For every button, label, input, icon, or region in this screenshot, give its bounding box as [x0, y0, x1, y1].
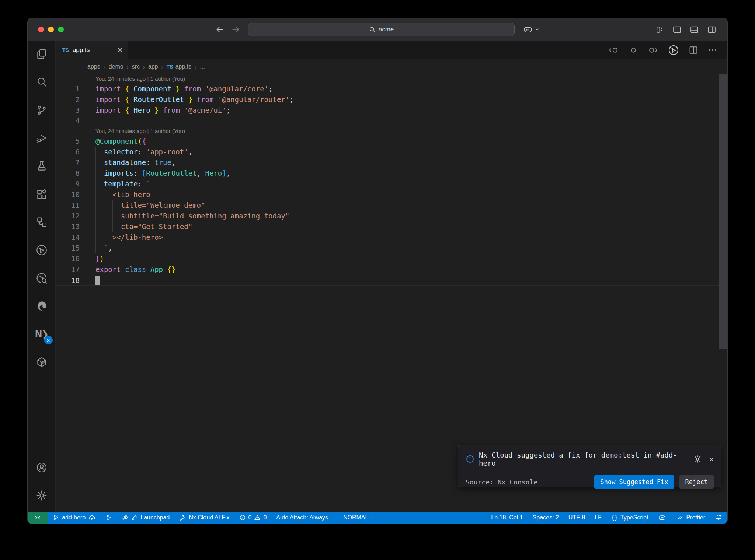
encoding-status[interactable]: UTF-8	[568, 514, 585, 521]
code-token: {	[121, 95, 129, 104]
copilot-menu[interactable]	[523, 25, 540, 34]
notification-close-icon[interactable]: ✕	[709, 455, 714, 463]
code-line[interactable]: 4	[56, 116, 727, 126]
code-line[interactable]: 8 imports: [RouterOutlet, Hero],	[56, 168, 727, 179]
indent-guide	[95, 232, 96, 243]
navigate-back-icon[interactable]	[215, 25, 225, 34]
notifications-bell[interactable]	[715, 514, 722, 521]
reject-button[interactable]: Reject	[679, 475, 714, 489]
commit-graph-status[interactable]	[105, 514, 112, 521]
codelens[interactable]: You, 24 minutes ago | 1 author (You)	[56, 126, 727, 136]
breadcrumb-file[interactable]: TS app.ts	[167, 63, 191, 70]
auto-attach-status[interactable]: Auto Attach: Always	[276, 514, 328, 521]
activity-testing[interactable]	[31, 156, 52, 176]
activity-source-control[interactable]	[31, 100, 52, 120]
activity-explorer[interactable]	[31, 44, 52, 64]
activity-graph-search[interactable]	[31, 268, 52, 288]
code-line[interactable]: 16})	[56, 253, 727, 264]
code-token: App	[146, 265, 163, 273]
split-editor-icon[interactable]	[688, 45, 699, 55]
errors-count: 0	[248, 514, 252, 521]
activity-project-graph[interactable]	[31, 240, 52, 260]
run-target-graph-icon[interactable]	[668, 44, 679, 56]
code-token: from	[192, 95, 213, 104]
code-line[interactable]: 6 selector: 'app-root',	[56, 147, 727, 157]
activity-run-debug[interactable]	[31, 128, 52, 148]
code-line[interactable]: 2import { RouterOutlet } from '@angular/…	[56, 94, 727, 105]
code-token: [	[142, 169, 146, 177]
code-line[interactable]: 3import { Hero } from '@acme/ui';	[56, 105, 727, 116]
code-line[interactable]: 5@Component({	[56, 136, 727, 147]
line-number: 5	[56, 136, 80, 147]
prettier-status[interactable]: Prettier	[676, 514, 705, 521]
language-mode-status[interactable]: {} TypeScript	[611, 514, 648, 521]
toggle-primary-sidebar-icon[interactable]	[672, 25, 682, 34]
indent-guide	[95, 147, 96, 157]
code-line[interactable]: 15 `,	[56, 243, 727, 253]
breadcrumb-src[interactable]: src	[132, 63, 140, 70]
minimize-window-button[interactable]	[48, 27, 54, 32]
code-line[interactable]: 14 ></lib-hero>	[56, 232, 727, 243]
eol-status[interactable]: LF	[595, 514, 602, 521]
nav-back-circle-icon[interactable]	[608, 45, 619, 56]
code-line-text: standalone: true,	[95, 157, 175, 168]
code-token: RouterOutlet	[129, 95, 184, 104]
warnings-icon	[254, 514, 261, 521]
nav-forward-circle-icon[interactable]	[648, 45, 659, 56]
code-line[interactable]: 13 cta="Get Started"	[56, 221, 727, 232]
scrollbar-slider[interactable]	[719, 74, 727, 349]
code-line[interactable]: 12 subtitle="Build something amazing tod…	[56, 211, 727, 221]
info-icon	[466, 455, 474, 463]
close-window-button[interactable]	[38, 27, 44, 32]
activity-containers[interactable]	[31, 352, 52, 372]
more-actions-icon[interactable]	[707, 45, 718, 55]
git-branch-status[interactable]: add-hero	[53, 514, 95, 521]
breadcrumb-app[interactable]: app	[148, 63, 158, 70]
problems-status[interactable]: 0 0	[239, 514, 267, 521]
breadcrumb: apps › demo › src › app › TS app.ts › ..…	[56, 59, 727, 74]
activity-settings[interactable]	[31, 485, 52, 506]
indentation-status[interactable]: Spaces: 2	[533, 514, 559, 521]
command-center-search[interactable]: acme	[248, 23, 515, 36]
launchpad-label: Launchpad	[140, 514, 170, 521]
cloud-upload-icon	[88, 514, 95, 521]
activity-search[interactable]	[31, 72, 52, 92]
toggle-panel-icon[interactable]	[690, 25, 699, 34]
navigate-forward-icon[interactable]	[231, 25, 241, 34]
cursor	[95, 276, 100, 285]
tab-close-icon[interactable]: ✕	[117, 46, 123, 54]
code-token: ,	[197, 169, 201, 177]
code-line[interactable]: 18	[56, 275, 727, 286]
indent-guide	[104, 200, 104, 211]
breadcrumb-demo[interactable]: demo	[109, 63, 123, 70]
activity-extensions[interactable]	[31, 184, 52, 204]
code-line[interactable]: 11 title="Welcmoe demo"	[56, 200, 727, 211]
show-suggested-fix-button[interactable]: Show Suggested Fix	[594, 475, 674, 489]
code-line[interactable]: 9 template: `	[56, 179, 727, 189]
zoom-window-button[interactable]	[58, 27, 64, 32]
launchpad-status[interactable]: Launchpad	[121, 514, 170, 521]
vim-mode-status[interactable]: -- NORMAL --	[338, 514, 374, 521]
code-line[interactable]: 7 standalone: true,	[56, 157, 727, 168]
activity-edge-devtools[interactable]	[31, 296, 52, 316]
codelens[interactable]: You, 24 minutes ago | 1 author (You)	[56, 74, 727, 84]
toggle-secondary-sidebar-icon[interactable]	[707, 25, 716, 34]
nx-cloud-fix-status[interactable]: Nx Cloud AI Fix	[179, 514, 229, 521]
activity-nx-console[interactable]: N❯ 3	[31, 324, 52, 344]
remote-indicator[interactable]	[28, 512, 48, 524]
customize-layout-icon[interactable]	[655, 25, 664, 34]
breadcrumb-symbol-ellipsis[interactable]: ...	[200, 63, 205, 70]
notification-settings-icon[interactable]	[693, 455, 702, 463]
tab-app-ts[interactable]: TS app.ts ✕	[56, 41, 128, 59]
code-line[interactable]: 17export class App {}	[56, 264, 727, 275]
activity-references[interactable]	[31, 212, 52, 232]
activity-accounts[interactable]	[31, 457, 52, 478]
nav-position-circle-icon[interactable]	[628, 45, 639, 56]
cursor-position-status[interactable]: Ln 18, Col 1	[491, 514, 523, 521]
code-line[interactable]: 10 <lib-hero	[56, 189, 727, 200]
copilot-status[interactable]	[658, 514, 667, 521]
breadcrumb-apps[interactable]: apps	[87, 63, 100, 70]
code-line[interactable]: 1import { Component } from '@angular/cor…	[56, 84, 727, 94]
code-line-text: import { Hero } from '@acme/ui';	[95, 105, 230, 116]
code-editor[interactable]: You, 24 minutes ago | 1 author (You)1imp…	[56, 74, 727, 512]
